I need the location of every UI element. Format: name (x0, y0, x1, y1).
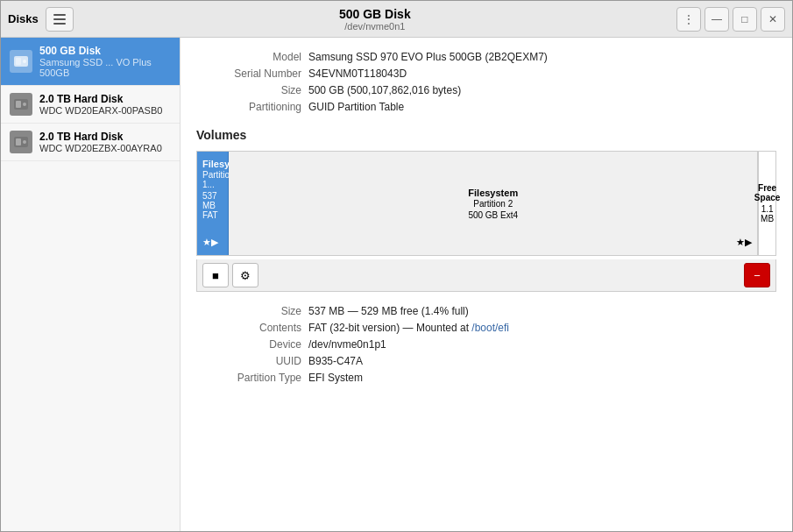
disk3-icon (10, 131, 32, 153)
window-subtitle: /dev/nvme0n1 (344, 21, 405, 32)
volumes-bar: Filesystem Partition 1... 537 MB FAT ★▶ … (196, 151, 776, 256)
model-value: Samsung SSD 970 EVO Plus 500GB (2B2QEXM7… (308, 50, 776, 64)
uuid-label: UUID (196, 354, 301, 368)
free-space-label: Free Space (754, 183, 780, 202)
sidebar-item-disk1[interactable]: 500 GB Disk Samsung SSD ... VO Plus 500G… (1, 38, 180, 86)
main-area: 500 GB Disk Samsung SSD ... VO Plus 500G… (1, 38, 792, 531)
disk2-sub: WDC WD20EARX-00PASB0 (39, 105, 162, 116)
serial-value: S4EVNM0T118043D (308, 67, 776, 81)
model-label: Model (196, 50, 301, 64)
remove-button[interactable]: − (744, 263, 770, 287)
disk2-info: 2.0 TB Hard Disk WDC WD20EARX-00PASB0 (39, 93, 162, 116)
partition2-label: Filesystem (468, 188, 518, 198)
gear-icon: ⚙ (240, 269, 251, 282)
partition-type-value: EFI System (308, 371, 776, 385)
gear-button[interactable]: ⚙ (232, 263, 258, 287)
minus-icon: − (754, 269, 761, 282)
app-title: Disks (8, 12, 39, 25)
sidebar-item-disk2[interactable]: 2.0 TB Hard Disk WDC WD20EARX-00PASB0 (1, 86, 180, 124)
disk2-name: 2.0 TB Hard Disk (39, 93, 162, 105)
kebab-menu-button[interactable]: ⋮ (676, 7, 701, 32)
contents-prefix: FAT (32-bit version) — Mounted at (308, 322, 471, 334)
disk3-sub: WDC WD20EZBX-00AYRA0 (39, 143, 162, 153)
volumes-section-title: Volumes (196, 128, 776, 142)
disk1-sub: Samsung SSD ... VO Plus 500GB (39, 57, 171, 78)
device-label: Device (196, 337, 301, 351)
disk1-name: 500 GB Disk (39, 45, 171, 57)
partition-size-label: Size (196, 304, 301, 318)
content-area: Model Samsung SSD 970 EVO Plus 500GB (2B… (181, 38, 792, 531)
stop-button[interactable]: ■ (202, 263, 229, 287)
partition1-segment[interactable]: Filesystem Partition 1... 537 MB FAT ★▶ (197, 152, 229, 255)
free-space-segment[interactable]: Free Space 1.1 MB (758, 152, 775, 255)
disk1-icon (10, 50, 32, 73)
mount-link[interactable]: /boot/efi (471, 322, 509, 334)
partition1-sub: Partition 1... (202, 170, 223, 189)
disk3-info: 2.0 TB Hard Disk WDC WD20EZBX-00AYRA0 (39, 131, 162, 153)
partition1-stars: ★▶ (202, 237, 218, 248)
svg-rect-1 (16, 58, 21, 65)
disk2-icon (10, 93, 32, 116)
partition-size-value: 537 MB — 529 MB free (1.4% full) (308, 304, 776, 318)
svg-point-5 (23, 103, 26, 106)
maximize-button[interactable]: □ (733, 7, 757, 32)
partition2-sub: Partition 2 (473, 199, 513, 209)
partition2-size: 500 GB Ext4 (468, 210, 518, 220)
partitioning-value: GUID Partition Table (308, 100, 776, 114)
free-space-size: 1.1 MB (761, 204, 774, 223)
sidebar: 500 GB Disk Samsung SSD ... VO Plus 500G… (1, 38, 181, 531)
contents-label: Contents (196, 321, 301, 335)
device-value: /dev/nvme0n1p1 (308, 337, 776, 351)
svg-point-2 (23, 60, 26, 63)
size-value: 500 GB (500,107,862,016 bytes) (308, 83, 776, 97)
partition-detail-table: Size 537 MB — 529 MB free (1.4% full) Co… (196, 304, 776, 385)
app-window: Disks 500 GB Disk /dev/nvme0n1 ⋮ — □ ✕ (0, 0, 793, 532)
partition-actions-bar: ■ ⚙ − (196, 259, 776, 292)
partition1-label: Filesystem (202, 159, 223, 169)
disk1-info: 500 GB Disk Samsung SSD ... VO Plus 500G… (39, 45, 171, 78)
titlebar: Disks 500 GB Disk /dev/nvme0n1 ⋮ — □ ✕ (1, 1, 792, 38)
partition-details: Size 537 MB — 529 MB free (1.4% full) Co… (196, 304, 776, 385)
titlebar-left: Disks (8, 7, 74, 32)
uuid-value: B935-C47A (308, 354, 776, 368)
partitioning-label: Partitioning (196, 100, 301, 114)
titlebar-right: ⋮ — □ ✕ (676, 7, 785, 32)
svg-rect-7 (16, 138, 21, 145)
svg-point-8 (23, 140, 26, 144)
hamburger-button[interactable] (46, 7, 74, 32)
sidebar-item-disk3[interactable]: 2.0 TB Hard Disk WDC WD20EZBX-00AYRA0 (1, 124, 180, 161)
disk3-name: 2.0 TB Hard Disk (39, 131, 162, 143)
window-title: 500 GB Disk (339, 7, 411, 21)
titlebar-center: 500 GB Disk /dev/nvme0n1 (339, 7, 411, 32)
partition2-stars: ★▶ (736, 237, 752, 248)
partition-type-label: Partition Type (196, 371, 301, 385)
partition1-size: 537 MB FAT (202, 191, 223, 220)
contents-value: FAT (32-bit version) — Mounted at /boot/… (308, 321, 776, 335)
close-button[interactable]: ✕ (761, 7, 785, 32)
minimize-button[interactable]: — (704, 7, 729, 32)
serial-label: Serial Number (196, 67, 301, 81)
disk-detail-table: Model Samsung SSD 970 EVO Plus 500GB (2B… (196, 50, 776, 114)
size-label: Size (196, 83, 301, 97)
partition2-segment[interactable]: Filesystem Partition 2 500 GB Ext4 ★▶ (229, 152, 758, 255)
stop-icon: ■ (212, 269, 219, 282)
svg-rect-4 (16, 101, 21, 108)
